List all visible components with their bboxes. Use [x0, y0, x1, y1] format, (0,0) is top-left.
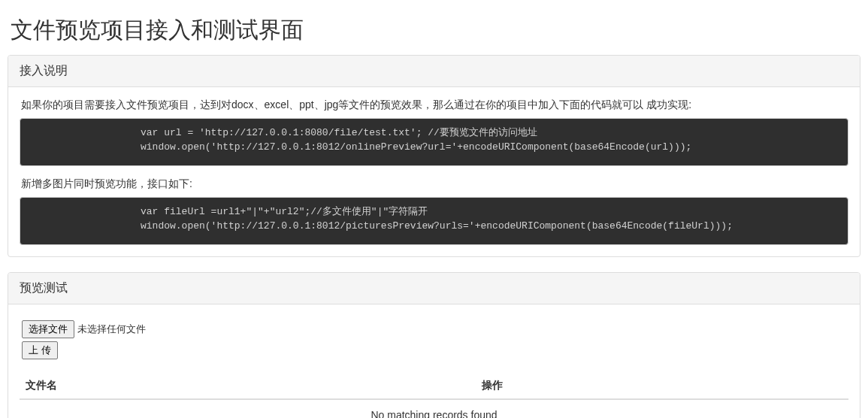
page-title: 文件预览项目接入和测试界面	[11, 15, 860, 46]
table-header-filename: 文件名	[20, 373, 476, 399]
upload-area: 选择文件 未选择任何文件 上 传	[22, 320, 848, 359]
file-status-text: 未选择任何文件	[77, 323, 146, 336]
code-block-1: var url = 'http://127.0.0.1:8080/file/te…	[20, 118, 848, 166]
table-header-action: 操作	[476, 373, 848, 399]
intro-text-1: 如果你的项目需要接入文件预览项目，达到对docx、excel、ppt、jpg等文…	[20, 98, 848, 112]
table-row-empty: No matching records found	[20, 399, 848, 418]
preview-test-panel: 预览测试 选择文件 未选择任何文件 上 传 文件名 操作 No matching…	[8, 272, 860, 418]
panel-heading-preview-test: 预览测试	[8, 273, 860, 304]
file-table: 文件名 操作 No matching records found	[20, 373, 848, 418]
code-block-2: var fileUrl =url1+"|"+"url2";//多文件使用"|"字…	[20, 197, 848, 245]
panel-body-access-instructions: 如果你的项目需要接入文件预览项目，达到对docx、excel、ppt、jpg等文…	[8, 87, 860, 256]
panel-heading-access-instructions: 接入说明	[8, 56, 860, 87]
panel-body-preview-test: 选择文件 未选择任何文件 上 传 文件名 操作 No matching reco…	[8, 304, 860, 418]
access-instructions-panel: 接入说明 如果你的项目需要接入文件预览项目，达到对docx、excel、ppt、…	[8, 55, 860, 257]
choose-file-button[interactable]: 选择文件	[22, 320, 74, 338]
upload-button[interactable]: 上 传	[22, 341, 58, 359]
intro-text-2: 新增多图片同时预览功能，接口如下:	[20, 177, 848, 191]
table-empty-message: No matching records found	[20, 399, 848, 418]
